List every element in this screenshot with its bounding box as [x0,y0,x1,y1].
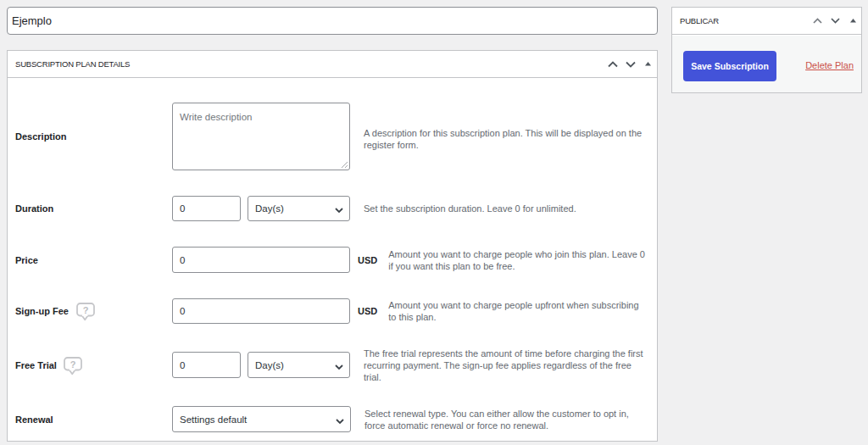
svg-text:?: ? [70,359,76,369]
svg-text:?: ? [83,305,89,315]
